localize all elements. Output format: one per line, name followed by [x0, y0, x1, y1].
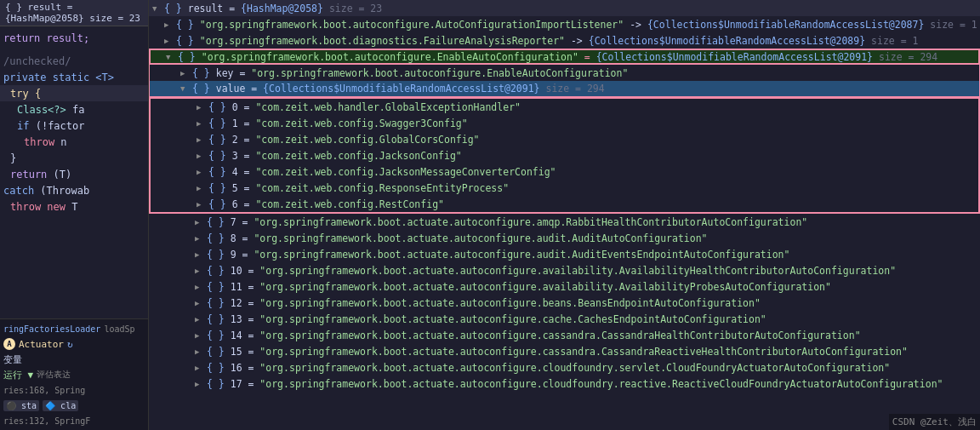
run-label[interactable]: 运行 ▼ [3, 369, 33, 381]
bottom-left-area: ringFactoriesLoader loadSp A Actuator ↻ … [0, 318, 148, 430]
var-label: 变量 [3, 353, 22, 366]
expand-icon[interactable] [197, 135, 208, 144]
debug-row-item-14[interactable]: { } 14 = "org.springframework.boot.actua… [149, 327, 980, 343]
expand-icon[interactable] [166, 53, 178, 61]
code-line: throw new T [0, 198, 148, 215]
debug-row-item-12[interactable]: { } 12 = "org.springframework.boot.actua… [149, 295, 980, 311]
expand-icon[interactable] [197, 184, 208, 192]
expand-icon[interactable] [195, 283, 207, 291]
debug-row-item-15[interactable]: { } 15 = "org.springframework.boot.actua… [149, 343, 980, 359]
row-text: { } 2 = "com.zeit.web.config.GlobalCorsC… [208, 134, 480, 146]
row-text: { } 15 = "org.springframework.boot.actua… [207, 346, 908, 358]
row-text: { } value = {Collections$UnmodifiableRan… [192, 83, 605, 95]
expand-icon[interactable] [180, 84, 192, 93]
row-text: { } 5 = "com.zeit.web.config.ResponseEnt… [208, 182, 509, 194]
debug-row-value[interactable]: { } value = {Collections$UnmodifiableRan… [149, 81, 980, 97]
code-line: return (T) [0, 166, 148, 182]
debug-row-item-0[interactable]: { } 0 = "com.zeit.web.handler.GlobalExce… [151, 99, 978, 115]
debug-row-item-3[interactable]: { } 3 = "com.zeit.web.config.JacksonConf… [151, 147, 978, 163]
expand-icon[interactable] [195, 364, 207, 372]
run-row[interactable]: 运行 ▼ 评估表达 [3, 367, 145, 382]
debug-row-failure[interactable]: { } "org.springframework.boot.diagnostic… [149, 32, 980, 49]
code-text: catch (Throwab [3, 185, 89, 197]
debug-row-item-7[interactable]: { } 7 = "org.springframework.boot.actuat… [149, 214, 980, 230]
debug-row-item-16[interactable]: { } 16 = "org.springframework.boot.actua… [149, 359, 980, 376]
actuator-label: Actuator [19, 339, 64, 350]
debug-row-item-11[interactable]: { } 11 = "org.springframework.boot.actua… [149, 278, 980, 295]
row-text: { } 16 = "org.springframework.boot.actua… [207, 362, 890, 374]
debug-content[interactable]: { } result = {HashMap@2058} size = 23 { … [149, 0, 980, 430]
expand-icon[interactable] [197, 119, 208, 128]
load-sp-text: loadSp [104, 324, 134, 334]
debug-row-item-1[interactable]: { } 1 = "com.zeit.web.config.Swagger3Con… [151, 115, 978, 131]
debug-row-enable-auto[interactable]: { } "org.springframework.boot.autoconfig… [149, 49, 980, 65]
code-line: } [0, 150, 148, 166]
debug-row-item-9[interactable]: { } 9 = "org.springframework.boot.actuat… [149, 246, 980, 262]
debug-panel: { } result = {HashMap@2058} size = 23 { … [149, 0, 980, 430]
red-border-group: { } 0 = "com.zeit.web.handler.GlobalExce… [149, 97, 980, 214]
expand-icon[interactable] [195, 234, 207, 243]
code-line: catch (Throwab [0, 182, 148, 198]
row-text: { } key = "org.springframework.boot.auto… [192, 67, 628, 79]
cla-badge[interactable]: 🔷 cla [43, 400, 78, 411]
badge-row[interactable]: ⚫ sta 🔷 cla [3, 398, 145, 413]
debug-row-item-2[interactable]: { } 2 = "com.zeit.web.config.GlobalCorsC… [151, 131, 978, 147]
code-area: return result; /unchecked/ private stati… [0, 26, 148, 318]
row-text: { } 17 = "org.springframework.boot.actua… [207, 378, 943, 390]
debug-row-key[interactable]: { } key = "org.springframework.boot.auto… [149, 65, 980, 81]
debug-header-row[interactable]: { } result = {HashMap@2058} size = 23 [149, 0, 980, 16]
expand-icon[interactable] [197, 200, 208, 209]
expand-icon[interactable] [195, 331, 207, 340]
sta-badge[interactable]: ⚫ sta [3, 400, 39, 411]
top-bar: { } result = {HashMap@2058} size = 23 [0, 0, 148, 26]
code-text: try { [10, 88, 41, 100]
eval-label: 评估表达 [37, 369, 71, 381]
expand-icon[interactable] [197, 103, 208, 112]
code-line-try: try { [0, 85, 148, 101]
expand-icon[interactable] [195, 218, 207, 226]
debug-row-item-17[interactable]: { } 17 = "org.springframework.boot.actua… [149, 376, 980, 392]
code-text: if (!factor [17, 120, 84, 132]
expand-icon[interactable] [195, 250, 207, 259]
expand-icon[interactable] [164, 20, 176, 29]
debug-row-item-13[interactable]: { } 13 = "org.springframework.boot.actua… [149, 311, 980, 327]
code-text: } [10, 152, 16, 164]
row-text: { } 14 = "org.springframework.boot.actua… [207, 330, 861, 341]
row-text: { } 10 = "org.springframework.boot.actua… [207, 265, 896, 277]
debug-row-item-8[interactable]: { } 8 = "org.springframework.boot.actuat… [149, 230, 980, 246]
expand-icon[interactable] [197, 152, 208, 160]
expand-icon[interactable] [180, 69, 192, 77]
expand-icon[interactable] [195, 315, 207, 324]
refresh-icon[interactable]: ↻ [67, 339, 73, 350]
debug-row-item-6[interactable]: { } 6 = "com.zeit.web.config.RestConfig" [151, 196, 978, 212]
code-text: private static <T> [3, 72, 114, 83]
row-text: { } 4 = "com.zeit.web.config.JacksonMess… [208, 166, 556, 178]
code-line: /unchecked/ [0, 53, 148, 69]
row-text: { } 13 = "org.springframework.boot.actua… [207, 313, 766, 325]
line-info-row2: ries:132, SpringF [3, 413, 145, 428]
actuator-row[interactable]: A Actuator ↻ [3, 336, 145, 352]
expand-icon[interactable] [164, 37, 176, 45]
debug-row-item-4[interactable]: { } 4 = "com.zeit.web.config.JacksonMess… [151, 163, 978, 180]
code-line: if (!factor [0, 118, 148, 134]
row-text: { } 9 = "org.springframework.boot.actuat… [207, 249, 789, 261]
top-bar-text: { } result = {HashMap@2058} size = 23 [5, 2, 140, 24]
expand-icon[interactable] [195, 267, 207, 275]
debug-row-listener[interactable]: { } "org.springframework.boot.autoconfig… [149, 16, 980, 32]
expand-icon[interactable] [195, 299, 207, 307]
row-text: { } "org.springframework.boot.diagnostic… [176, 35, 918, 47]
expand-icon[interactable] [152, 4, 164, 13]
code-text: throw new T [10, 201, 77, 213]
watermark: CSDN @Zeit、浅白 [889, 414, 980, 430]
var-row: 变量 [3, 352, 145, 367]
expand-icon[interactable] [195, 347, 207, 356]
debug-row-item-5[interactable]: { } 5 = "com.zeit.web.config.ResponseEnt… [151, 180, 978, 196]
expand-icon[interactable] [195, 380, 207, 388]
line-info-text: ries:168, Spring [3, 386, 85, 395]
factories-loader-text: ringFactoriesLoader [3, 324, 100, 334]
row-text: { } 0 = "com.zeit.web.handler.GlobalExce… [208, 101, 521, 113]
row-text: { } 12 = "org.springframework.boot.actua… [207, 297, 761, 309]
debug-row-item-10[interactable]: { } 10 = "org.springframework.boot.actua… [149, 262, 980, 278]
expand-icon[interactable] [197, 168, 208, 176]
code-line [0, 46, 148, 53]
